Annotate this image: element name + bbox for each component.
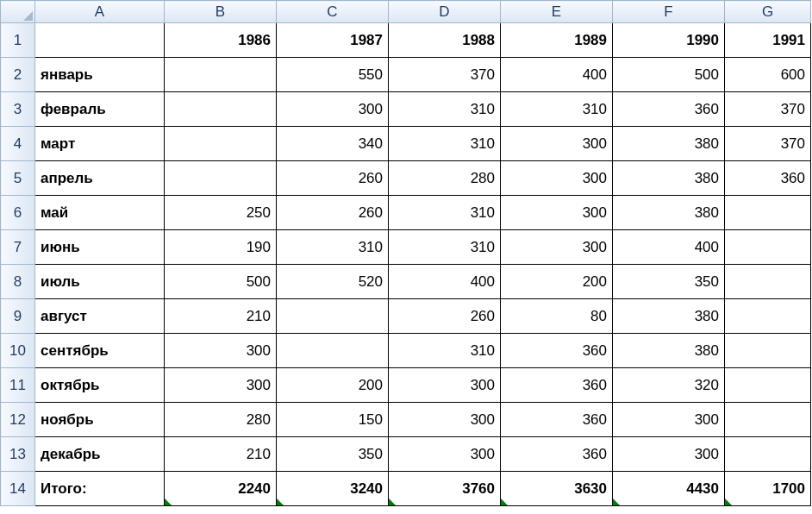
cell-B4[interactable]: [165, 127, 277, 161]
cell-E14[interactable]: 3630: [501, 472, 613, 506]
cell-G10[interactable]: [725, 334, 811, 368]
cell-A6[interactable]: май: [35, 196, 165, 230]
cell-E7[interactable]: 300: [501, 230, 613, 265]
cell-B9[interactable]: 210: [165, 299, 277, 334]
cell-G9[interactable]: [725, 299, 811, 334]
cell-E4[interactable]: 300: [501, 127, 613, 161]
row-header-6[interactable]: 6: [1, 196, 35, 230]
cell-C5[interactable]: 260: [277, 161, 389, 196]
cell-B2[interactable]: [165, 58, 277, 92]
cell-A5[interactable]: апрель: [35, 161, 165, 196]
col-header-A[interactable]: A: [35, 1, 165, 23]
row-header-14[interactable]: 14: [1, 472, 35, 506]
cell-C11[interactable]: 200: [277, 368, 389, 403]
cell-D13[interactable]: 300: [389, 437, 501, 472]
cell-C4[interactable]: 340: [277, 127, 389, 161]
cell-B12[interactable]: 280: [165, 403, 277, 437]
cell-D9[interactable]: 260: [389, 299, 501, 334]
cell-A11[interactable]: октябрь: [35, 368, 165, 403]
cell-C1[interactable]: 1987: [277, 23, 389, 58]
cell-E5[interactable]: 300: [501, 161, 613, 196]
cell-C3[interactable]: 300: [277, 92, 389, 127]
grid[interactable]: A B C D E F G 1 1986 1987 1988 1989 1990…: [0, 0, 811, 506]
row-header-2[interactable]: 2: [1, 58, 35, 92]
cell-D6[interactable]: 310: [389, 196, 501, 230]
cell-F3[interactable]: 360: [613, 92, 725, 127]
cell-D2[interactable]: 370: [389, 58, 501, 92]
cell-E13[interactable]: 360: [501, 437, 613, 472]
cell-G7[interactable]: [725, 230, 811, 265]
cell-B10[interactable]: 300: [165, 334, 277, 368]
row-header-3[interactable]: 3: [1, 92, 35, 127]
cell-E11[interactable]: 360: [501, 368, 613, 403]
cell-A4[interactable]: март: [35, 127, 165, 161]
cell-D14[interactable]: 3760: [389, 472, 501, 506]
cell-G12[interactable]: [725, 403, 811, 437]
select-all-corner[interactable]: [1, 1, 35, 23]
cell-B8[interactable]: 500: [165, 265, 277, 299]
cell-D3[interactable]: 310: [389, 92, 501, 127]
cell-A9[interactable]: август: [35, 299, 165, 334]
row-header-8[interactable]: 8: [1, 265, 35, 299]
cell-F8[interactable]: 350: [613, 265, 725, 299]
cell-C10[interactable]: [277, 334, 389, 368]
cell-D1[interactable]: 1988: [389, 23, 501, 58]
cell-E1[interactable]: 1989: [501, 23, 613, 58]
cell-G5[interactable]: 360: [725, 161, 811, 196]
cell-G11[interactable]: [725, 368, 811, 403]
row-header-1[interactable]: 1: [1, 23, 35, 58]
cell-A13[interactable]: декабрь: [35, 437, 165, 472]
row-header-7[interactable]: 7: [1, 230, 35, 265]
cell-D11[interactable]: 300: [389, 368, 501, 403]
cell-B13[interactable]: 210: [165, 437, 277, 472]
cell-F12[interactable]: 300: [613, 403, 725, 437]
cell-F11[interactable]: 320: [613, 368, 725, 403]
cell-F10[interactable]: 380: [613, 334, 725, 368]
cell-F7[interactable]: 400: [613, 230, 725, 265]
cell-B1[interactable]: 1986: [165, 23, 277, 58]
cell-G13[interactable]: [725, 437, 811, 472]
col-header-C[interactable]: C: [277, 1, 389, 23]
cell-G6[interactable]: [725, 196, 811, 230]
row-header-5[interactable]: 5: [1, 161, 35, 196]
cell-E9[interactable]: 80: [501, 299, 613, 334]
cell-C7[interactable]: 310: [277, 230, 389, 265]
cell-A7[interactable]: июнь: [35, 230, 165, 265]
cell-B3[interactable]: [165, 92, 277, 127]
cell-F5[interactable]: 380: [613, 161, 725, 196]
cell-A2[interactable]: январь: [35, 58, 165, 92]
cell-A1[interactable]: [35, 23, 165, 58]
cell-F9[interactable]: 380: [613, 299, 725, 334]
row-header-12[interactable]: 12: [1, 403, 35, 437]
row-header-13[interactable]: 13: [1, 437, 35, 472]
cell-E10[interactable]: 360: [501, 334, 613, 368]
cell-C13[interactable]: 350: [277, 437, 389, 472]
cell-D7[interactable]: 310: [389, 230, 501, 265]
cell-C14[interactable]: 3240: [277, 472, 389, 506]
cell-F4[interactable]: 380: [613, 127, 725, 161]
cell-G4[interactable]: 370: [725, 127, 811, 161]
cell-A12[interactable]: ноябрь: [35, 403, 165, 437]
col-header-D[interactable]: D: [389, 1, 501, 23]
cell-E8[interactable]: 200: [501, 265, 613, 299]
cell-F1[interactable]: 1990: [613, 23, 725, 58]
cell-C9[interactable]: [277, 299, 389, 334]
cell-B7[interactable]: 190: [165, 230, 277, 265]
cell-C6[interactable]: 260: [277, 196, 389, 230]
cell-D12[interactable]: 300: [389, 403, 501, 437]
cell-D10[interactable]: 310: [389, 334, 501, 368]
cell-E3[interactable]: 310: [501, 92, 613, 127]
cell-G14[interactable]: 1700: [725, 472, 811, 506]
cell-F2[interactable]: 500: [613, 58, 725, 92]
cell-E12[interactable]: 360: [501, 403, 613, 437]
cell-B11[interactable]: 300: [165, 368, 277, 403]
col-header-G[interactable]: G: [725, 1, 811, 23]
col-header-F[interactable]: F: [613, 1, 725, 23]
cell-B5[interactable]: [165, 161, 277, 196]
row-header-9[interactable]: 9: [1, 299, 35, 334]
cell-G1[interactable]: 1991: [725, 23, 811, 58]
cell-D4[interactable]: 310: [389, 127, 501, 161]
cell-G2[interactable]: 600: [725, 58, 811, 92]
cell-F6[interactable]: 380: [613, 196, 725, 230]
col-header-B[interactable]: B: [165, 1, 277, 23]
